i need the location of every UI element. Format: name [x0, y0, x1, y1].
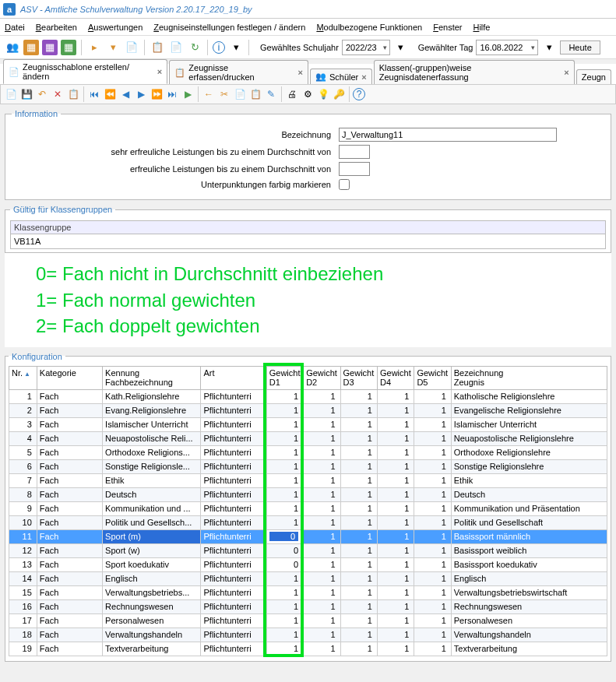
play-icon[interactable]: ▶	[181, 87, 195, 101]
menu-auswertungen[interactable]: Auswertungen	[88, 23, 143, 32]
table-cell[interactable]: Fach	[37, 459, 102, 473]
table-cell[interactable]: Ethik	[451, 473, 607, 487]
table-cell[interactable]: 1	[340, 628, 377, 642]
table-cell[interactable]: 1	[414, 487, 451, 501]
col-d2[interactable]: GewichtD2	[304, 366, 340, 389]
key-icon[interactable]: 🔑	[332, 87, 346, 101]
table-cell[interactable]: Textverarbeitung	[103, 642, 201, 656]
table-cell[interactable]: 1	[340, 459, 377, 473]
doc-icon-2[interactable]: 📄	[168, 40, 184, 55]
table-cell[interactable]: Sonstige Religionsle...	[103, 459, 201, 473]
back-icon[interactable]: ←	[202, 87, 216, 101]
table-cell[interactable]: 1	[414, 403, 451, 417]
table-cell[interactable]: 1	[377, 417, 414, 431]
table-cell[interactable]: Pflichtunterri	[201, 585, 266, 599]
table-cell[interactable]: 1	[377, 459, 414, 473]
menu-fenster[interactable]: Fenster	[433, 23, 462, 32]
table-cell[interactable]: Islamischer Unterricht	[451, 417, 607, 431]
col-nr[interactable]: Nr.▲	[9, 366, 37, 389]
table-cell[interactable]: Pflichtunterri	[201, 459, 266, 473]
table-cell[interactable]: 1	[377, 487, 414, 501]
erfreulich-input[interactable]	[339, 162, 370, 176]
table-row[interactable]: 10FachPolitik und Gesellsch...Pflichtunt…	[9, 515, 607, 529]
copy2-icon[interactable]: 📄	[233, 87, 247, 101]
table-cell[interactable]: Deutsch	[103, 487, 201, 501]
table-cell[interactable]: 0	[266, 543, 303, 557]
table-cell[interactable]: 1	[9, 389, 37, 403]
table-cell[interactable]: 1	[340, 585, 377, 599]
table-cell[interactable]: 1	[414, 459, 451, 473]
table-cell[interactable]: Deutsch	[451, 487, 607, 501]
table-cell[interactable]: Neuapostolische Reli...	[103, 431, 201, 445]
table-cell[interactable]: 4	[9, 431, 37, 445]
table-cell[interactable]: Pflichtunterri	[201, 613, 266, 628]
table-cell[interactable]: 1	[414, 529, 451, 543]
table-cell[interactable]: 1	[340, 543, 377, 557]
table-cell[interactable]: Personalwesen	[451, 613, 607, 628]
table-row[interactable]: 16FachRechnungswesenPflichtunterri11111R…	[9, 599, 607, 613]
table-cell[interactable]: 15	[9, 585, 37, 599]
table-cell[interactable]: Fach	[37, 403, 102, 417]
table-cell[interactable]: 1	[377, 445, 414, 459]
table-cell[interactable]: Fach	[37, 501, 102, 515]
table-cell[interactable]: 1	[304, 571, 340, 585]
table-cell[interactable]: Fach	[37, 515, 102, 529]
table-cell[interactable]: Fach	[37, 613, 102, 628]
table-cell[interactable]: Pflichtunterri	[201, 543, 266, 557]
table-cell[interactable]: Fach	[37, 473, 102, 487]
table-row[interactable]: 2FachEvang.ReligionslehrePflichtunterri1…	[9, 403, 607, 417]
table-cell[interactable]: 1	[377, 473, 414, 487]
table-cell[interactable]: 1	[340, 487, 377, 501]
table-cell[interactable]: 1	[340, 473, 377, 487]
table-cell[interactable]: Fach	[37, 642, 102, 656]
table-cell[interactable]: 1	[414, 543, 451, 557]
table-cell[interactable]: Neuapostolische Religionslehre	[451, 431, 607, 445]
menu-bearbeiten[interactable]: Bearbeiten	[36, 23, 77, 32]
table-cell[interactable]: Personalwesen	[103, 613, 201, 628]
paste-icon[interactable]: 📋	[248, 87, 262, 101]
table-cell[interactable]: Kommunikation und ...	[103, 501, 201, 515]
table-cell[interactable]: 1	[414, 473, 451, 487]
table-cell[interactable]: 1	[377, 557, 414, 571]
table-cell[interactable]: 1	[414, 628, 451, 642]
table-cell[interactable]: Pflichtunterri	[201, 417, 266, 431]
table-row[interactable]: 12FachSport (w)Pflichtunterri01111Basiss…	[9, 543, 607, 557]
table-cell[interactable]: Sport (w)	[103, 543, 201, 557]
tab-schueler[interactable]: 👥 Schüler ×	[310, 69, 372, 84]
col-d1[interactable]: GewichtD1	[266, 366, 303, 389]
table-cell[interactable]: Sport koedukativ	[103, 557, 201, 571]
table-row[interactable]: 6FachSonstige Religionsle...Pflichtunter…	[9, 459, 607, 473]
table-cell[interactable]: Fach	[37, 557, 102, 571]
table-cell[interactable]: 1	[377, 403, 414, 417]
table-row[interactable]: 13FachSport koedukativPflichtunterri0111…	[9, 557, 607, 571]
table-cell[interactable]: Pflichtunterri	[201, 642, 266, 656]
nav-icon-1[interactable]: ▸	[86, 40, 102, 55]
table-cell[interactable]: 14	[9, 571, 37, 585]
close-icon[interactable]: ×	[298, 68, 303, 77]
edit-icon[interactable]: ✎	[264, 87, 278, 101]
table-cell[interactable]: 18	[9, 628, 37, 642]
tag-combo[interactable]: 16.08.2022	[476, 40, 538, 55]
table-cell[interactable]: Pflichtunterri	[201, 487, 266, 501]
table-cell[interactable]: 8	[9, 487, 37, 501]
table-cell[interactable]: 1	[414, 445, 451, 459]
table-cell[interactable]: Fach	[37, 543, 102, 557]
table-row[interactable]: 19FachTextverarbeitungPflichtunterri1111…	[9, 642, 607, 656]
table-cell[interactable]: 1	[266, 417, 303, 431]
table-row[interactable]: 4FachNeuapostolische Reli...Pflichtunter…	[9, 431, 607, 445]
col-d4[interactable]: GewichtD4	[377, 366, 414, 389]
heute-button[interactable]: Heute	[560, 40, 600, 54]
table-cell[interactable]: 1	[266, 445, 303, 459]
table-cell[interactable]: Fach	[37, 431, 102, 445]
table-cell[interactable]: 1	[304, 613, 340, 628]
table-cell[interactable]: Fach	[37, 487, 102, 501]
table-cell[interactable]: 1	[266, 613, 303, 628]
table-row[interactable]: 7FachEthikPflichtunterri11111Ethik	[9, 473, 607, 487]
table-cell[interactable]: 1	[340, 557, 377, 571]
unterpunkt-checkbox[interactable]	[339, 179, 350, 190]
table-cell[interactable]: Orthodoxe Religions...	[103, 445, 201, 459]
table-cell[interactable]: Pflichtunterri	[201, 571, 266, 585]
table-cell[interactable]: Politik und Gesellschaft	[451, 515, 607, 529]
first-icon[interactable]: ⏮	[87, 87, 101, 101]
col-kennung[interactable]: KennungFachbezeichnung	[103, 366, 201, 389]
